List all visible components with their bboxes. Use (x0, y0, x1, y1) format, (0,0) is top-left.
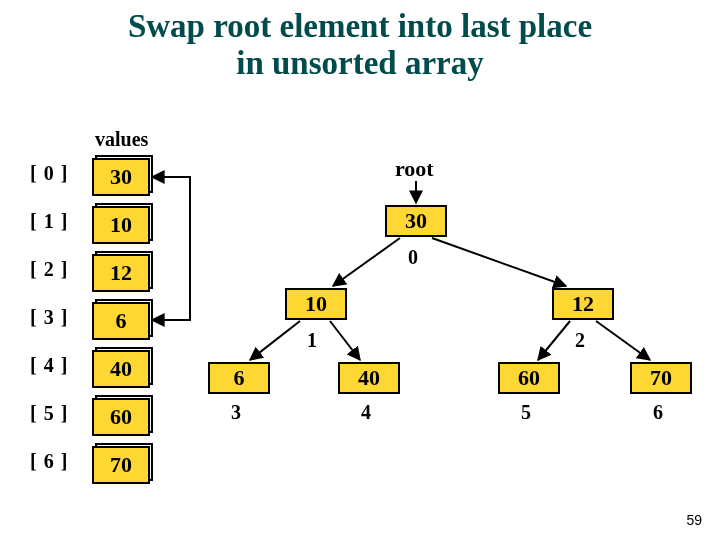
array-cell-2: 12 (92, 254, 150, 292)
values-label: values (95, 128, 148, 151)
array-cell-3: 6 (92, 302, 150, 340)
tree-index-l: 1 (307, 329, 317, 352)
svg-line-1 (333, 238, 400, 286)
title-line-2: in unsorted array (236, 45, 484, 81)
array-index-2: [ 2 ] (30, 258, 68, 281)
svg-line-6 (596, 321, 650, 360)
tree-index-rl: 5 (521, 401, 531, 424)
tree-index-lr: 4 (361, 401, 371, 424)
svg-line-3 (250, 321, 300, 360)
tree-index-root: 0 (408, 246, 418, 269)
array-index-1: [ 1 ] (30, 210, 68, 233)
title-line-1: Swap root element into last place (128, 8, 592, 44)
array-cell-4: 40 (92, 350, 150, 388)
array-index-3: [ 3 ] (30, 306, 68, 329)
svg-line-2 (432, 238, 566, 286)
tree-index-ll: 3 (231, 401, 241, 424)
array-cell-5: 60 (92, 398, 150, 436)
array-index-6: [ 6 ] (30, 450, 68, 473)
tree-node-rr: 70 (630, 362, 692, 394)
tree-node-rl: 60 (498, 362, 560, 394)
array-cell-6: 70 (92, 446, 150, 484)
array-index-4: [ 4 ] (30, 354, 68, 377)
root-label: root (395, 156, 434, 182)
array-index-5: [ 5 ] (30, 402, 68, 425)
tree-index-rr: 6 (653, 401, 663, 424)
tree-node-r: 12 (552, 288, 614, 320)
array-cell-0: 30 (92, 158, 150, 196)
tree-index-r: 2 (575, 329, 585, 352)
svg-line-4 (330, 321, 360, 360)
tree-node-lr: 40 (338, 362, 400, 394)
array-cell-1: 10 (92, 206, 150, 244)
slide-number: 59 (686, 512, 702, 528)
tree-node-ll: 6 (208, 362, 270, 394)
svg-line-5 (538, 321, 570, 360)
slide-title: Swap root element into last place in uns… (0, 0, 720, 82)
tree-node-l: 10 (285, 288, 347, 320)
array-index-0: [ 0 ] (30, 162, 68, 185)
tree-node-root: 30 (385, 205, 447, 237)
